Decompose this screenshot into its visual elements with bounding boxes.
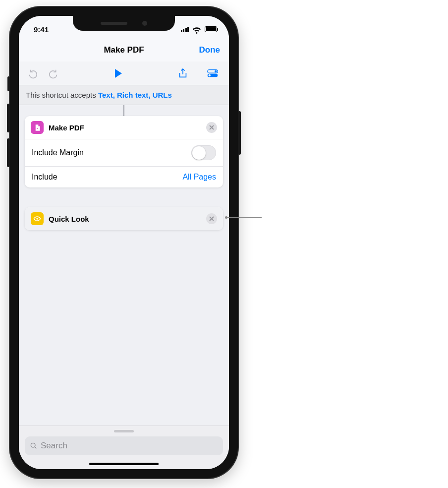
nav-bar: Make PDF Done (19, 39, 229, 61)
include-margin-toggle[interactable] (191, 145, 216, 160)
include-pages-row[interactable]: Include All Pages (25, 166, 223, 187)
status-time: 9:41 (34, 25, 49, 34)
include-margin-row: Include Margin (25, 139, 223, 166)
eye-icon (31, 212, 44, 225)
search-placeholder: Search (41, 441, 67, 451)
redo-button[interactable] (46, 65, 62, 82)
cellular-icon (181, 27, 189, 32)
grabber-handle[interactable] (114, 430, 134, 432)
settings-toggle-button[interactable] (204, 65, 221, 82)
undo-button[interactable] (24, 65, 41, 82)
side-button[interactable] (238, 111, 241, 155)
toggles-icon (207, 68, 218, 79)
battery-icon (205, 26, 217, 32)
search-input[interactable]: Search (25, 436, 223, 455)
page-title: Make PDF (104, 45, 144, 55)
accepts-banner[interactable]: This shortcut accepts Text, Rich text, U… (19, 85, 229, 105)
search-icon (30, 442, 38, 450)
notch (73, 16, 175, 31)
mute-switch[interactable] (7, 76, 10, 91)
delete-action-button[interactable] (206, 122, 217, 133)
screen: 9:41 Make PDF Done (19, 16, 229, 469)
close-icon (209, 216, 214, 221)
share-button[interactable] (174, 65, 191, 82)
delete-action-button[interactable] (206, 213, 217, 224)
include-margin-label: Include Margin (32, 148, 84, 157)
svg-point-3 (209, 74, 211, 76)
action-quick-look[interactable]: Quick Look (25, 207, 223, 230)
accepts-types[interactable]: Text, Rich text, URLs (98, 91, 172, 99)
action-make-pdf[interactable]: Make PDF Include Margin Include All Page… (25, 116, 223, 187)
home-indicator[interactable] (89, 463, 159, 465)
svg-point-5 (31, 443, 35, 447)
pdf-icon (31, 121, 44, 134)
done-button[interactable]: Done (199, 45, 221, 55)
accepts-prefix: This shortcut accepts (26, 91, 98, 99)
play-icon (115, 69, 122, 78)
close-icon (209, 125, 214, 130)
wifi-icon (191, 24, 202, 35)
svg-point-4 (36, 218, 38, 219)
run-button[interactable] (110, 65, 127, 82)
include-value[interactable]: All Pages (182, 173, 216, 182)
volume-down-button[interactable] (7, 138, 10, 167)
workflow-canvas: Make PDF Include Margin Include All Page… (19, 105, 229, 236)
share-icon (177, 68, 188, 79)
phone-frame: 9:41 Make PDF Done (10, 7, 238, 478)
callout-line (226, 217, 262, 218)
action-title: Make PDF (49, 123, 84, 132)
include-label: Include (32, 173, 57, 182)
action-title: Quick Look (49, 215, 89, 223)
svg-point-1 (215, 70, 217, 72)
toolbar (19, 61, 229, 85)
volume-up-button[interactable] (7, 104, 10, 132)
